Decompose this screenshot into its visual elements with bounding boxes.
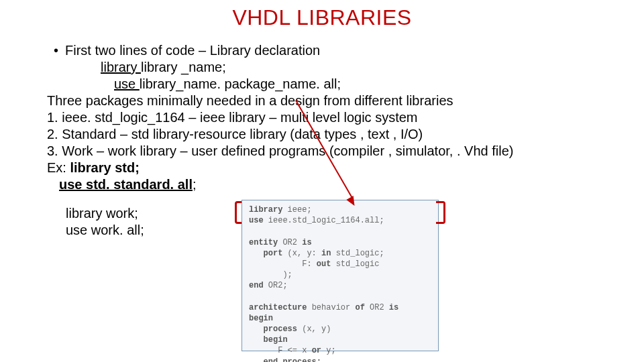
vhdl-code-snippet: library ieee; use ieee.std_logic_1164.al… xyxy=(241,200,439,351)
ex-use-std: use std. standard. all xyxy=(59,177,193,192)
bullet-dot: • xyxy=(54,42,58,59)
list-item-2: 2. Standard – std library-resource libra… xyxy=(47,126,644,143)
right-bracket-annotation xyxy=(436,201,445,224)
lib-rest: library _name; xyxy=(141,60,226,74)
list-item-1: 1. ieee. std_logic_1164 – ieee library –… xyxy=(47,109,644,126)
ex-prefix: Ex: xyxy=(47,160,70,175)
use-rest: library_name. package_name. all; xyxy=(140,76,341,91)
bullet-1-text: First two lines of code – Library declar… xyxy=(65,42,320,59)
list-item-3: 3. Work – work library – user defined pr… xyxy=(47,143,644,160)
use-keyword: use xyxy=(114,76,140,91)
lib-keyword: library xyxy=(101,60,141,74)
slide-title: VHDL LIBRARIES xyxy=(0,5,644,30)
ex-use-semi: ; xyxy=(193,177,197,192)
left-bracket-annotation xyxy=(235,201,241,224)
three-packages-text: Three packages minimally needed in a des… xyxy=(47,93,644,109)
ex-library-std: library std; xyxy=(70,160,139,175)
